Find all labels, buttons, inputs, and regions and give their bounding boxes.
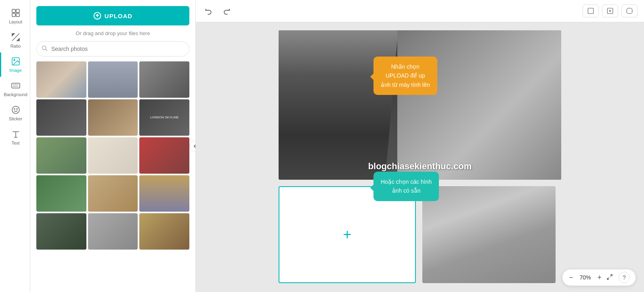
photo-item[interactable]: [139, 137, 189, 174]
canvas-neck-image[interactable]: [422, 186, 556, 283]
help-button[interactable]: ?: [619, 272, 630, 283]
photo-item[interactable]: [139, 61, 189, 98]
zoom-level: 70%: [577, 274, 593, 281]
sidebar-item-text-label: Text: [11, 141, 19, 145]
svg-rect-20: [588, 8, 594, 14]
toolbar-icons: [583, 4, 638, 17]
photo-item[interactable]: [88, 99, 138, 136]
svg-rect-2: [12, 13, 15, 17]
rounded-frame-icon: [626, 7, 633, 15]
zoom-bar: − 70% + ?: [562, 269, 636, 286]
photo-item[interactable]: [88, 213, 138, 250]
upload-icon: [93, 12, 101, 20]
tooltip-teal: Hoặc chọn các hình ảnh có sẵn: [373, 172, 439, 201]
svg-line-25: [610, 275, 612, 277]
svg-point-18: [42, 46, 46, 50]
sidebar-item-text[interactable]: Text: [0, 125, 30, 149]
watermark: blogchiasekienthuc.com: [368, 161, 472, 172]
sidebar-item-ratio-label: Ratio: [10, 44, 21, 48]
photo-item[interactable]: [139, 175, 189, 212]
zoom-in-button[interactable]: +: [596, 274, 602, 281]
svg-line-19: [46, 49, 47, 51]
svg-rect-24: [627, 8, 632, 14]
undo-icon: [205, 7, 213, 15]
photo-grid: LONDON SKYLINE: [36, 61, 189, 250]
photo-item[interactable]: [36, 175, 86, 212]
panel: UPLOAD Or drag and drop your files here …: [30, 0, 196, 292]
panel-content: UPLOAD Or drag and drop your files here …: [30, 0, 195, 292]
rounded-frame-button[interactable]: [621, 4, 638, 17]
search-input[interactable]: [36, 41, 189, 57]
sidebar-item-background-label: Background: [4, 92, 27, 97]
sidebar-item-sticker-label: Sticker: [9, 116, 23, 121]
photo-item[interactable]: [36, 61, 86, 98]
canvas-main-image[interactable]: blogchiasekienthuc.com: [279, 30, 561, 180]
svg-rect-3: [16, 13, 19, 17]
photo-item[interactable]: LONDON SKYLINE: [139, 99, 189, 136]
svg-point-11: [14, 109, 15, 109]
upload-button[interactable]: UPLOAD: [36, 6, 189, 25]
sidebar-item-ratio[interactable]: Ratio: [0, 28, 30, 53]
svg-rect-7: [12, 83, 20, 88]
svg-rect-1: [16, 9, 19, 13]
search-box: [36, 41, 189, 57]
frame-button[interactable]: [583, 4, 599, 17]
svg-rect-0: [12, 9, 15, 13]
sidebar: Layout Ratio Image Background: [0, 0, 30, 292]
tooltip-orange: Nhấn chọn UPLOAD để up ảnh từ máy tính l…: [373, 57, 437, 95]
toolbar: [196, 0, 644, 22]
sidebar-item-background[interactable]: Background: [0, 77, 30, 101]
sidebar-item-layout[interactable]: Layout: [0, 4, 30, 28]
svg-point-10: [12, 106, 19, 113]
sidebar-item-image-label: Image: [9, 68, 22, 73]
redo-button[interactable]: [220, 4, 233, 17]
zoom-out-button[interactable]: −: [568, 274, 574, 281]
photo-item[interactable]: [88, 175, 138, 212]
undo-button[interactable]: [202, 4, 215, 17]
drag-drop-text: Or drag and drop your files here: [36, 30, 189, 36]
photo-item[interactable]: [36, 137, 86, 174]
svg-point-6: [14, 59, 15, 61]
sidebar-item-sticker[interactable]: Sticker: [0, 101, 30, 125]
woman-detail: [397, 30, 561, 180]
add-frame-icon: [606, 7, 614, 15]
photo-item[interactable]: [88, 137, 138, 174]
placeholder-plus-icon: +: [343, 227, 351, 242]
photo-item[interactable]: [36, 213, 86, 250]
canvas-area[interactable]: blogchiasekienthuc.com + Nhấn chọn UPLOA…: [196, 22, 644, 292]
search-icon: [41, 45, 48, 53]
photo-item[interactable]: [139, 213, 189, 250]
add-frame-button[interactable]: [602, 4, 618, 17]
redo-icon: [222, 7, 231, 15]
photo-item[interactable]: [88, 61, 138, 98]
photo-item[interactable]: [36, 99, 86, 136]
sidebar-item-image[interactable]: Image: [0, 53, 30, 77]
svg-line-26: [607, 277, 609, 279]
svg-point-12: [17, 109, 17, 109]
main-area: blogchiasekienthuc.com + Nhấn chọn UPLOA…: [196, 0, 644, 292]
sidebar-item-layout-label: Layout: [9, 19, 22, 24]
frame-icon: [587, 7, 594, 15]
fit-screen-button[interactable]: [606, 274, 614, 281]
fit-screen-icon: [606, 274, 613, 280]
